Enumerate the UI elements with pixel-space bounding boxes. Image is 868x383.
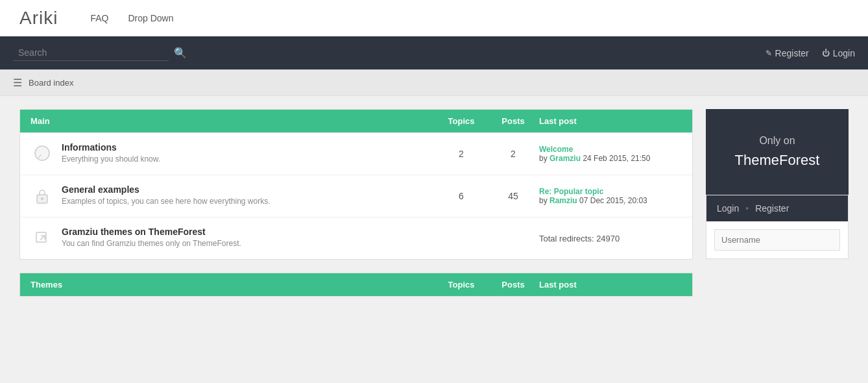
search-form: 🔍: [13, 44, 208, 62]
topics-header: Topics: [435, 116, 487, 126]
register-link[interactable]: ✎ Register: [766, 48, 809, 58]
posts-header: Posts: [487, 116, 539, 126]
svg-point-0: [35, 146, 49, 160]
search-button[interactable]: 🔍: [169, 44, 192, 62]
last-post-link[interactable]: Welcome: [539, 145, 573, 154]
themes-forum-table: Themes Topics Posts Last post: [19, 273, 693, 297]
board-index-link[interactable]: Board index: [29, 78, 73, 88]
forum-title[interactable]: General examples: [62, 184, 271, 195]
themes-forum-header: Themes Topics Posts Last post: [20, 273, 692, 296]
register-tab[interactable]: Register: [755, 203, 789, 214]
forum-cell-main: Gramziu themes on ThemeForest You can fi…: [30, 227, 435, 250]
register-icon: ✎: [766, 49, 772, 58]
last-post-link[interactable]: Re: Popular topic: [539, 187, 603, 196]
themes-posts-header: Posts: [487, 280, 539, 290]
breadcrumb: ☰ Board index: [0, 69, 868, 96]
forum-desc: Examples of topics, you can see here how…: [62, 197, 271, 206]
promo-content: Only on ThemeForest: [706, 109, 849, 195]
promo-only-text: Only on: [719, 135, 836, 147]
themes-topics-header: Topics: [435, 280, 487, 290]
posts-count: 45: [487, 191, 539, 201]
topics-count: 2: [435, 149, 487, 159]
themes-title: Themes: [30, 280, 435, 290]
forum-cell-main: Informations Everything you should know.: [30, 142, 435, 166]
table-row: General examples Examples of topics, you…: [20, 175, 692, 217]
main-forum-header: Main Topics Posts Last post: [20, 110, 692, 132]
lock-icon: [30, 184, 54, 208]
last-post: Welcome by Gramziu 24 Feb 2015, 21:50: [539, 145, 682, 163]
username-input[interactable]: [714, 229, 840, 251]
main-area: Main Topics Posts Last post Informations…: [19, 109, 693, 310]
redirect-count: Total redirects: 24970: [539, 234, 682, 243]
login-tab[interactable]: Login: [717, 203, 739, 214]
hamburger-icon[interactable]: ☰: [13, 77, 22, 89]
sidebar: Only on ThemeForest Login • Register: [706, 109, 849, 310]
main-title: Main: [30, 116, 435, 126]
themes-lastpost-header: Last post: [539, 280, 682, 290]
forum-info: Informations Everything you should know.: [62, 142, 160, 164]
bubble-icon: [30, 142, 54, 166]
top-navigation: Ariki FAQ Drop Down: [0, 0, 868, 36]
svg-point-2: [41, 197, 43, 200]
forum-title[interactable]: Gramziu themes on ThemeForest: [62, 227, 241, 237]
forum-desc: You can find Gramziu themes only on Them…: [62, 239, 241, 248]
post-author: Gramziu: [549, 154, 581, 163]
table-row: Informations Everything you should know.…: [20, 132, 692, 175]
table-row: Gramziu themes on ThemeForest You can fi…: [20, 217, 692, 259]
forum-title[interactable]: Informations: [62, 142, 160, 153]
nav-faq[interactable]: FAQ: [90, 13, 108, 23]
login-link[interactable]: ⏻ Login: [822, 48, 855, 58]
post-author: Ramziu: [549, 196, 577, 205]
search-input[interactable]: [13, 45, 169, 61]
post-date: 24 Feb 2015, 21:50: [583, 154, 650, 163]
last-post: Re: Popular topic by Ramziu 07 Dec 2015,…: [539, 187, 682, 205]
search-bar: 🔍 ✎ Register ⏻ Login: [0, 36, 868, 69]
main-forum-table: Main Topics Posts Last post Informations…: [19, 109, 693, 260]
forum-desc: Everything you should know.: [62, 154, 160, 164]
tab-separator: •: [745, 203, 749, 214]
power-icon: ⏻: [822, 49, 830, 58]
promo-banner: Only on ThemeForest: [706, 109, 849, 195]
post-date: 07 Dec 2015, 20:03: [579, 196, 647, 205]
login-widget: Login • Register: [706, 195, 849, 259]
nav-dropdown[interactable]: Drop Down: [128, 13, 173, 23]
forum-info: General examples Examples of topics, you…: [62, 184, 271, 206]
forum-info: Gramziu themes on ThemeForest You can fi…: [62, 227, 241, 248]
forum-cell-main: General examples Examples of topics, you…: [30, 184, 435, 208]
page-content: Main Topics Posts Last post Informations…: [0, 96, 868, 323]
topics-count: 6: [435, 191, 487, 201]
external-link-icon: [30, 227, 54, 250]
site-logo: Ariki: [19, 8, 58, 29]
posts-count: 2: [487, 149, 539, 159]
promo-brand-text: ThemeForest: [719, 152, 836, 169]
lastpost-header: Last post: [539, 116, 682, 126]
auth-links: ✎ Register ⏻ Login: [766, 48, 855, 58]
login-tabs: Login • Register: [706, 195, 848, 221]
login-form: [706, 221, 848, 258]
